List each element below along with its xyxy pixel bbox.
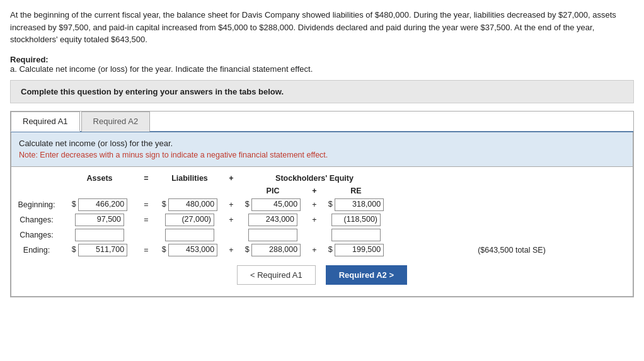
- row-ending-note: ($643,500 total SE): [391, 243, 633, 258]
- col-header-plus1: +: [224, 172, 238, 185]
- tabs-container: Required A1 Required A2 Calculate net in…: [10, 111, 634, 297]
- next-button[interactable]: Required A2 >: [326, 265, 407, 285]
- beginning-liab-dollar: $: [162, 200, 166, 209]
- beginning-assets-input[interactable]: 466,200: [78, 198, 127, 211]
- row-changes1-label: Changes:: [11, 212, 62, 227]
- row-beginning-eq: =: [137, 197, 155, 212]
- sub-col-eq: [137, 185, 155, 197]
- row-ending-re: $ 199,500: [321, 243, 391, 258]
- sub-col-plus2: +: [308, 185, 321, 197]
- row-beginning-plus2: +: [308, 197, 321, 212]
- bottom-nav: < Required A1 Required A2 >: [11, 258, 633, 289]
- changes1-re-input[interactable]: (118,500): [331, 214, 381, 226]
- row-changes2-re: [321, 227, 391, 243]
- sub-col-assets: [62, 185, 137, 197]
- sub-header-row: PIC + RE: [11, 185, 633, 197]
- column-header-row: Assets = Liabilities + Stockholders' Equ…: [11, 172, 633, 185]
- row-beginning-plus1: +: [224, 197, 238, 212]
- row-ending-eq: =: [137, 243, 155, 258]
- ending-assets-dollar: $: [72, 245, 76, 254]
- sub-col-re: RE: [321, 185, 391, 197]
- row-changes1-eq: =: [137, 212, 155, 227]
- row-changes2-liab: [155, 227, 224, 243]
- col-header-liabilities: Liabilities: [155, 172, 224, 185]
- instruction-line1: Calculate net income (or loss) for the y…: [19, 137, 625, 150]
- sub-col-plus1: [224, 185, 238, 197]
- row-changes2: Changes:: [11, 227, 633, 243]
- row-changes1-re: (118,500): [321, 212, 391, 227]
- beginning-assets-dollar: $: [72, 200, 76, 209]
- tab-required-a2[interactable]: Required A2: [81, 112, 151, 132]
- beginning-pic-input[interactable]: 45,000: [251, 198, 301, 211]
- row-changes1-assets: 97,500: [62, 212, 137, 227]
- gray-instruction-box: Complete this question by entering your …: [10, 80, 634, 103]
- required-label: Required:: [10, 55, 634, 64]
- accounting-table-wrapper: Assets = Liabilities + Stockholders' Equ…: [11, 167, 633, 296]
- prev-button[interactable]: < Required A1: [237, 265, 316, 285]
- tab1-content: Calculate net income (or loss) for the y…: [11, 132, 633, 297]
- col-header-assets: Assets: [62, 172, 137, 185]
- sub-col-pic: PIC: [238, 185, 308, 197]
- row-changes2-eq: [137, 227, 155, 243]
- row-changes2-pic: [238, 227, 308, 243]
- row-beginning-re: $ 318,000: [321, 197, 391, 212]
- row-ending-plus2: +: [308, 243, 321, 258]
- ending-liab-input[interactable]: 453,000: [168, 244, 217, 256]
- changes2-re-input[interactable]: [331, 229, 381, 241]
- tab-bar: Required A1 Required A2: [11, 112, 633, 132]
- ending-pic-input[interactable]: 288,000: [251, 244, 301, 256]
- row-changes2-note: [391, 227, 633, 243]
- beginning-liab-input[interactable]: 480,000: [168, 198, 217, 211]
- instruction-line2: Note: Enter decreases with a minus sign …: [19, 149, 625, 161]
- beginning-re-dollar: $: [328, 200, 333, 209]
- ending-liab-dollar: $: [162, 245, 166, 254]
- tab-required-a1[interactable]: Required A1: [11, 112, 80, 132]
- required-instruction: a. Calculate net income (or loss) for th…: [10, 64, 634, 74]
- ending-re-dollar: $: [328, 245, 333, 254]
- sub-col-empty: [11, 185, 62, 197]
- row-changes1-liab: (27,000): [155, 212, 224, 227]
- ending-re-input[interactable]: 199,500: [335, 244, 384, 256]
- col-header-note: [391, 172, 633, 185]
- row-changes1-plus2: +: [308, 212, 321, 227]
- required-section: Required: a. Calculate net income (or lo…: [10, 55, 634, 74]
- col-header-eq: =: [137, 172, 155, 185]
- row-changes1: Changes: 97,500 = (27,000) + 243,000 +: [11, 212, 633, 227]
- row-beginning-assets: $ 466,200: [62, 197, 137, 212]
- row-beginning-liab: $ 480,000: [155, 197, 224, 212]
- row-changes2-plus1: [224, 227, 238, 243]
- row-ending: Ending: $ 511,700 = $ 453,000 + $: [11, 243, 633, 258]
- sub-col-liabilities: [155, 185, 224, 197]
- beginning-re-input[interactable]: 318,000: [335, 198, 384, 211]
- changes2-pic-input[interactable]: [248, 229, 297, 241]
- row-ending-assets: $ 511,700: [62, 243, 137, 258]
- sub-col-note: [391, 185, 633, 197]
- row-changes1-note: [391, 212, 633, 227]
- row-ending-pic: $ 288,000: [238, 243, 308, 258]
- changes2-liab-input[interactable]: [165, 229, 214, 241]
- ending-pic-dollar: $: [245, 245, 250, 254]
- row-beginning-note: [391, 197, 633, 212]
- row-ending-label: Ending:: [11, 243, 62, 258]
- row-beginning-label: Beginning:: [11, 197, 62, 212]
- accounting-table: Assets = Liabilities + Stockholders' Equ…: [11, 172, 633, 258]
- row-ending-plus1: +: [224, 243, 238, 258]
- row-changes2-plus2: [308, 227, 321, 243]
- changes1-pic-input[interactable]: 243,000: [248, 214, 297, 226]
- changes1-assets-input[interactable]: 97,500: [75, 214, 124, 226]
- intro-text: At the beginning of the current fiscal y…: [10, 9, 628, 46]
- beginning-pic-dollar: $: [245, 200, 250, 209]
- row-changes1-pic: 243,000: [238, 212, 308, 227]
- col-header-se: Stockholders' Equity: [238, 172, 391, 185]
- col-empty: [11, 172, 62, 185]
- row-beginning-pic: $ 45,000: [238, 197, 308, 212]
- changes2-assets-input[interactable]: [75, 229, 124, 241]
- row-changes2-assets: [62, 227, 137, 243]
- changes1-liab-input[interactable]: (27,000): [165, 214, 214, 226]
- row-beginning: Beginning: $ 466,200 = $ 480,000 + $: [11, 197, 633, 212]
- ending-assets-input[interactable]: 511,700: [78, 244, 127, 256]
- tab-instruction: Calculate net income (or loss) for the y…: [11, 132, 633, 167]
- row-changes1-plus1: +: [224, 212, 238, 227]
- row-ending-liab: $ 453,000: [155, 243, 224, 258]
- row-changes2-label: Changes:: [11, 227, 62, 243]
